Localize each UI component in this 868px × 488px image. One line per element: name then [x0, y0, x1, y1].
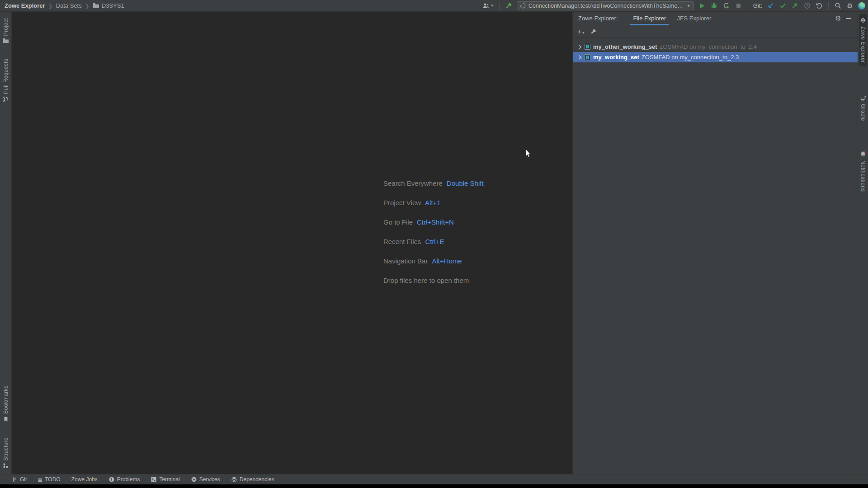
run-button[interactable]	[698, 2, 706, 10]
shortcut-action: Navigation Bar	[383, 257, 428, 265]
chevron-right-icon[interactable]	[576, 54, 584, 61]
gear-icon: ⚙	[847, 2, 853, 9]
shortcut-keys: Double Shift	[447, 179, 484, 187]
breadcrumb: Zowe Explorer ❯ Data Sets ❯ D3SYS1	[5, 2, 124, 9]
wrench-icon	[590, 28, 597, 35]
stop-button[interactable]	[735, 2, 743, 10]
run-toolbar: ▼ ConnectionManager.testAddTwoConnection…	[482, 1, 865, 10]
breadcrumb-separator-icon: ❯	[85, 3, 90, 9]
breadcrumb-separator-icon: ❯	[48, 3, 53, 9]
play-icon	[699, 3, 705, 9]
sidebar-item-structure[interactable]: Structure	[1, 435, 10, 471]
shortcut-keys: Alt+Home	[432, 257, 462, 265]
undo-icon	[816, 2, 823, 9]
toolwindow-services[interactable]: Services	[191, 476, 220, 483]
checkmark-icon	[779, 2, 786, 9]
edit-working-set-button[interactable]	[590, 28, 597, 35]
problems-icon	[108, 476, 115, 483]
toolwindow-todo[interactable]: ≣ TODO	[38, 476, 60, 483]
zowe-icon: Z	[860, 17, 866, 23]
add-working-set-button[interactable]: + ▼	[577, 28, 585, 34]
working-set-icon	[585, 54, 590, 60]
shortcut-keys: Alt+1	[425, 199, 441, 206]
zowe-explorer-panel: Zowe Explorer: File Explorer JES Explore…	[572, 12, 858, 474]
breadcrumb-data-sets[interactable]: Data Sets	[56, 2, 82, 9]
bottom-black-strip	[0, 484, 868, 488]
panel-settings-button[interactable]: ⚙	[833, 14, 843, 23]
test-config-icon	[520, 3, 526, 9]
toolwindow-zowe-jobs[interactable]: Zowe Jobs	[71, 476, 98, 483]
shortcut-hint-row: Search Everywhere Double Shift	[383, 174, 484, 193]
sidebar-item-pull-requests[interactable]: Pull Requests	[1, 56, 10, 105]
git-push-button[interactable]	[791, 2, 799, 10]
sidebar-item-gradle[interactable]: Gradle	[859, 92, 868, 125]
tree-row-other-working-set[interactable]: my_other_working_set ZOSMFAD on my_conne…	[573, 42, 858, 52]
users-icon	[482, 3, 490, 9]
rollback-button[interactable]	[815, 2, 823, 10]
toolwindow-problems[interactable]: Problems	[108, 476, 140, 483]
sidebar-item-project[interactable]: Project	[1, 15, 10, 46]
tree-row-working-set[interactable]: my_working_set ZOSMFAD on my_connection_…	[573, 52, 858, 62]
panel-hide-button[interactable]	[843, 14, 853, 23]
tab-jes-explorer[interactable]: JES Explorer	[671, 12, 717, 25]
history-button[interactable]	[803, 2, 811, 10]
dependencies-icon	[231, 476, 237, 483]
search-icon	[835, 2, 841, 9]
git-actions-label: Git:	[753, 2, 762, 9]
zowe-explorer-tool-label: Zowe Explorer	[860, 26, 866, 63]
tab-file-explorer[interactable]: File Explorer	[627, 12, 671, 25]
stop-icon	[736, 3, 741, 9]
breadcrumb-root[interactable]: Zowe Explorer	[5, 2, 45, 9]
build-project-button[interactable]	[505, 2, 513, 10]
shortcut-keys: Ctrl+Shift+N	[417, 218, 454, 226]
settings-button[interactable]: ⚙	[846, 2, 854, 10]
terminal-label: Terminal	[159, 476, 179, 483]
toolwindow-git[interactable]: Git	[12, 476, 27, 483]
minimize-icon	[846, 18, 851, 19]
chevron-right-icon[interactable]	[576, 43, 584, 51]
shortcut-hint-row: Navigation Bar Alt+Home	[383, 251, 484, 271]
chevron-down-icon: ▼	[582, 31, 585, 34]
bug-icon	[711, 2, 717, 9]
arrow-down-left-icon	[767, 2, 774, 9]
top-toolbar: Zowe Explorer ❯ Data Sets ❯ D3SYS1 ▼ Con…	[0, 0, 868, 12]
panel-header: Zowe Explorer: File Explorer JES Explore…	[573, 12, 858, 25]
toolbar-divider	[828, 2, 829, 10]
shortcut-action: Search Everywhere	[383, 179, 443, 187]
main-area: Project Pull Requests Bookmarks Structur…	[0, 12, 868, 474]
git-commit-button[interactable]	[778, 2, 787, 10]
shortcut-hint-row: Recent Files Ctrl+E	[383, 232, 484, 251]
run-configuration-name: ConnectionManager.testAddTwoConnectionsW…	[528, 3, 684, 9]
editor-area: Search Everywhere Double Shift Project V…	[12, 12, 572, 474]
panel-toolbar: + ▼	[573, 25, 858, 38]
structure-icon	[3, 463, 9, 469]
search-everywhere-button[interactable]	[834, 2, 842, 10]
zowe-jobs-label: Zowe Jobs	[71, 476, 98, 483]
profile-gradient-icon[interactable]	[858, 2, 865, 9]
drop-files-hint: Drop files here to open them	[383, 277, 469, 284]
left-tool-stripe: Project Pull Requests Bookmarks Structur…	[0, 12, 12, 474]
sidebar-item-notifications[interactable]: Notifications	[859, 147, 867, 195]
sidebar-item-bookmarks[interactable]: Bookmarks	[1, 383, 10, 425]
editor-shortcut-hints: Search Everywhere Double Shift Project V…	[383, 174, 484, 290]
pull-requests-tool-label: Pull Requests	[3, 59, 9, 94]
folder-icon	[3, 38, 9, 43]
toolwindow-terminal[interactable]: Terminal	[151, 476, 179, 483]
git-update-button[interactable]	[766, 2, 774, 10]
gear-icon: ⚙	[835, 15, 841, 22]
shortcut-hint-row: Go to File Ctrl+Shift+N	[383, 212, 484, 232]
coverage-icon	[723, 2, 730, 9]
left-stripe-bottom-group: Bookmarks Structure	[1, 383, 10, 471]
code-with-me-users-button[interactable]: ▼	[482, 2, 494, 10]
working-set-detail: ZOSMFAD on my_connection_to_2.4	[660, 43, 757, 50]
breadcrumb-dataset[interactable]: D3SYS1	[93, 2, 124, 9]
sidebar-item-zowe-explorer[interactable]: Z Zowe Explorer	[859, 14, 867, 66]
run-configuration-select[interactable]: ConnectionManager.testAddTwoConnectionsW…	[517, 1, 694, 10]
chevron-down-icon: ▼	[491, 4, 494, 8]
svg-text:Z: Z	[862, 19, 864, 22]
run-with-coverage-button[interactable]	[722, 2, 731, 10]
debug-button[interactable]	[710, 2, 718, 10]
toolwindow-dependencies[interactable]: Dependencies	[231, 476, 274, 483]
git-label: Git	[20, 476, 27, 483]
structure-tool-label: Structure	[3, 437, 9, 460]
